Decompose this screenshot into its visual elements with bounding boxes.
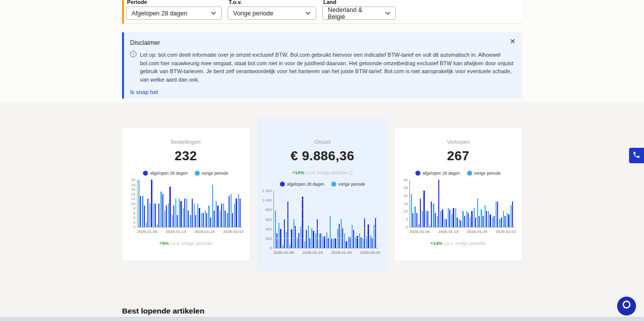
legend-item-previous: vorige periode bbox=[331, 182, 365, 187]
previous-period-bar bbox=[470, 217, 471, 227]
previous-period-bar bbox=[444, 219, 445, 227]
periode-select[interactable]: Afgelopen 28 dagen bbox=[126, 6, 222, 20]
verkopen-card[interactable]: Verkopen 267 afgelopen 28 dagen vorige p… bbox=[394, 127, 522, 261]
bar-group-day bbox=[138, 180, 142, 227]
bar-group-day bbox=[208, 180, 212, 227]
previous-period-bar bbox=[344, 233, 345, 248]
previous-period-bar bbox=[308, 225, 309, 248]
current-period-bar bbox=[302, 197, 303, 248]
bar-group-day bbox=[186, 180, 190, 227]
current-period-bar bbox=[486, 211, 487, 227]
close-icon[interactable]: ✕ bbox=[510, 38, 515, 45]
bar-group-day bbox=[175, 180, 179, 227]
current-period-bar bbox=[221, 204, 222, 227]
previous-period-bar bbox=[315, 233, 316, 248]
y-axis-tick: 6 bbox=[133, 211, 135, 215]
bar-group-day bbox=[440, 180, 444, 227]
current-period-bar bbox=[184, 199, 185, 227]
x-axis-tick: 2026-01-15 bbox=[438, 229, 459, 234]
x-axis-tick: 2026-01-06 bbox=[409, 229, 430, 234]
disclaimer-body: i Let op: bol.com deelt informatie over … bbox=[130, 51, 514, 84]
previous-period-bar bbox=[330, 216, 331, 248]
card-value: 232 bbox=[122, 148, 250, 164]
bar-group-day bbox=[183, 180, 186, 227]
card-value: € 9.886,36 bbox=[258, 148, 386, 164]
previous-period-bar bbox=[499, 219, 500, 227]
y-axis-tick: 5 bbox=[406, 217, 408, 221]
filter-field-periode: Periode Afgelopen 28 dagen bbox=[126, 0, 222, 23]
window-bottom-edge bbox=[0, 317, 644, 321]
current-period-bar bbox=[317, 219, 318, 248]
legend-label: vorige periode bbox=[338, 182, 365, 187]
chart-plot-area: 02468101214161820 bbox=[137, 180, 243, 227]
card-value: 267 bbox=[394, 148, 522, 164]
bar-group-day bbox=[485, 180, 488, 227]
previous-period-bar bbox=[459, 219, 460, 227]
y-axis-tick: 4 bbox=[133, 215, 135, 220]
bar-group-day bbox=[216, 180, 219, 227]
current-period-bar bbox=[449, 210, 450, 227]
bar-group-day bbox=[503, 180, 507, 227]
previous-period-bar bbox=[238, 194, 239, 227]
gridline bbox=[274, 200, 378, 200]
card-delta: +14% t.o.v. vorige periodei bbox=[394, 240, 522, 246]
current-period-bar bbox=[177, 215, 178, 227]
bestellingen-card[interactable]: Bestellingen 232 afgelopen 28 dagen vori… bbox=[122, 127, 250, 261]
gridline bbox=[274, 209, 378, 210]
previous-period-bar bbox=[492, 217, 493, 227]
current-period-bar bbox=[173, 206, 174, 227]
previous-period-bar bbox=[462, 211, 463, 227]
bar-group-day bbox=[146, 180, 149, 227]
disclaimer-title: Disclaimer bbox=[130, 39, 514, 46]
previous-period-bar bbox=[422, 211, 423, 227]
omzet-card[interactable]: Omzet € 9.886,36+14% t.o.v. vorige perio… bbox=[258, 118, 387, 271]
current-period-bar bbox=[435, 213, 436, 227]
y-axis-tick: 18 bbox=[131, 182, 135, 187]
current-period-bar bbox=[375, 218, 376, 248]
current-period-bar bbox=[199, 208, 200, 227]
delta-suffix: t.o.v. vorige periode bbox=[304, 170, 347, 175]
current-period-bar bbox=[331, 239, 332, 248]
current-period-bar bbox=[508, 214, 509, 227]
y-axis-tick: 1.200 bbox=[262, 189, 272, 193]
dismiss-disclaimer-link[interactable]: Ik snap het bbox=[130, 89, 158, 95]
chat-support-button[interactable] bbox=[617, 297, 636, 316]
bar-group-day bbox=[157, 180, 160, 227]
legend-label: afgelopen 28 dagen bbox=[150, 171, 187, 176]
current-period-bar bbox=[335, 238, 336, 248]
previous-period-bar bbox=[138, 180, 139, 227]
current-period-bar bbox=[229, 196, 230, 227]
bar-group-day bbox=[142, 180, 145, 227]
previous-period-bar bbox=[208, 206, 209, 227]
current-period-bar bbox=[210, 217, 211, 227]
previous-period-bar bbox=[341, 219, 342, 248]
current-period-bar bbox=[412, 213, 413, 227]
y-axis-tick: 20 bbox=[403, 193, 408, 198]
current-period-bar bbox=[291, 229, 292, 248]
bar-group-day bbox=[149, 180, 153, 227]
land-select[interactable]: Nederland & België bbox=[322, 6, 396, 20]
previous-period-bar bbox=[485, 205, 486, 227]
legend-item-current: afgelopen 28 dagen bbox=[415, 171, 460, 176]
previous-period-bar bbox=[142, 196, 143, 227]
previous-period-bar bbox=[304, 241, 305, 248]
x-axis-ticks: 2026-01-062026-01-152026-01-242026-02-02 bbox=[273, 250, 381, 255]
bar-group-day bbox=[466, 180, 470, 227]
previous-period-bar bbox=[511, 205, 512, 227]
previous-period-bar bbox=[153, 204, 154, 227]
bar-group-day bbox=[168, 180, 171, 227]
bar-group-day bbox=[507, 180, 510, 227]
current-period-bar bbox=[169, 187, 170, 227]
bar-group-day bbox=[511, 180, 514, 227]
y-axis-tick: 10 bbox=[131, 201, 135, 206]
bar-group-day bbox=[455, 180, 459, 227]
current-period-bar bbox=[144, 206, 145, 227]
bar-group-day bbox=[499, 180, 503, 227]
phone-support-button[interactable] bbox=[629, 148, 644, 163]
current-period-bar bbox=[483, 216, 484, 227]
current-period-bar bbox=[497, 202, 498, 227]
previous-period-bar bbox=[168, 204, 169, 227]
tov-select[interactable]: Vorige periode bbox=[228, 6, 316, 20]
current-period-bar bbox=[162, 194, 163, 227]
current-period-bar bbox=[346, 241, 347, 248]
